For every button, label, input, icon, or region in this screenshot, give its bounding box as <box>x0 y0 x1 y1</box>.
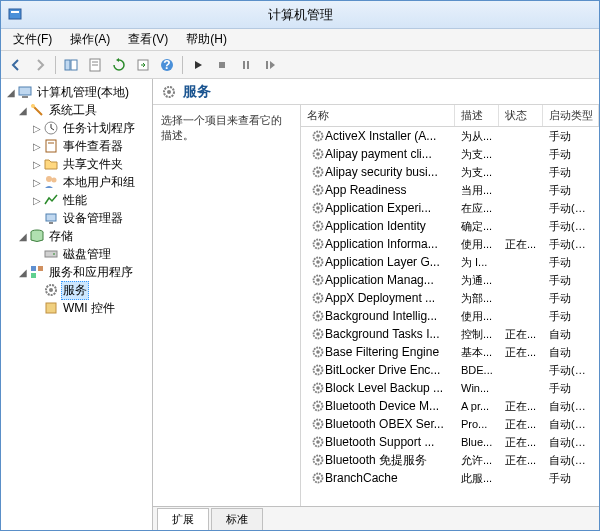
wmi-icon <box>43 300 59 316</box>
svg-rect-28 <box>38 266 43 271</box>
service-row[interactable]: BitLocker Drive Enc...BDE...手动(触... <box>301 361 599 379</box>
service-row[interactable]: AppX Deployment ...为部...手动 <box>301 289 599 307</box>
tree-system-tools[interactable]: ◢系统工具 <box>3 101 150 119</box>
expand-icon[interactable]: ▷ <box>31 141 43 152</box>
service-row[interactable]: Alipay payment cli...为支...手动 <box>301 145 599 163</box>
storage-icon <box>29 228 45 244</box>
col-status[interactable]: 状态 <box>499 105 543 126</box>
properties-button[interactable] <box>84 54 106 76</box>
service-row[interactable]: Alipay security busi...为支...手动 <box>301 163 599 181</box>
menu-file[interactable]: 文件(F) <box>5 29 60 50</box>
tree-local-users[interactable]: ▷本地用户和组 <box>3 173 150 191</box>
service-row[interactable]: Application Informa...使用...正在...手动(触... <box>301 235 599 253</box>
svg-point-38 <box>316 152 320 156</box>
service-name: Bluetooth OBEX Ser... <box>325 417 444 431</box>
tree-wmi[interactable]: WMI 控件 <box>3 299 150 317</box>
svg-point-60 <box>316 350 320 354</box>
service-desc: 为部... <box>455 291 499 306</box>
stop-button[interactable] <box>211 54 233 76</box>
menu-help[interactable]: 帮助(H) <box>178 29 235 50</box>
service-startup: 自动 <box>543 327 599 342</box>
svg-point-20 <box>46 176 52 182</box>
show-hide-button[interactable] <box>60 54 82 76</box>
tab-standard[interactable]: 标准 <box>211 508 263 530</box>
col-name[interactable]: 名称 <box>301 105 455 126</box>
tools-icon <box>29 102 45 118</box>
tree-device-manager[interactable]: 设备管理器 <box>3 209 150 227</box>
perf-icon <box>43 192 59 208</box>
service-desc: 使用... <box>455 309 499 324</box>
svg-point-44 <box>316 206 320 210</box>
service-row[interactable]: Bluetooth Device M...A pr...正在...自动(延... <box>301 397 599 415</box>
service-row[interactable]: Bluetooth Support ...Blue...正在...自动(触... <box>301 433 599 451</box>
service-row[interactable]: App Readiness当用...手动 <box>301 181 599 199</box>
service-icon <box>311 219 325 233</box>
service-icon <box>311 327 325 341</box>
service-desc: Pro... <box>455 418 499 430</box>
menu-view[interactable]: 查看(V) <box>120 29 176 50</box>
service-desc: Blue... <box>455 436 499 448</box>
service-row[interactable]: Application Experi...在应...手动(触... <box>301 199 599 217</box>
service-row[interactable]: BranchCache此服...手动 <box>301 469 599 487</box>
play-button[interactable] <box>187 54 209 76</box>
collapse-icon[interactable]: ◢ <box>17 267 29 278</box>
export-button[interactable] <box>132 54 154 76</box>
expand-icon[interactable]: ▷ <box>31 123 43 134</box>
svg-point-58 <box>316 332 320 336</box>
collapse-icon[interactable]: ◢ <box>5 87 17 98</box>
service-row[interactable]: Background Intellig...使用...手动 <box>301 307 599 325</box>
service-status: 正在... <box>499 399 543 414</box>
forward-button[interactable] <box>29 54 51 76</box>
col-desc[interactable]: 描述 <box>455 105 499 126</box>
service-row[interactable]: Application Manag...为通...手动 <box>301 271 599 289</box>
app-icon <box>7 6 23 22</box>
service-startup: 手动(触... <box>543 201 599 216</box>
folder-icon <box>43 156 59 172</box>
menu-action[interactable]: 操作(A) <box>62 29 118 50</box>
pause-button[interactable] <box>235 54 257 76</box>
service-desc: 为支... <box>455 147 499 162</box>
expand-icon[interactable]: ▷ <box>31 159 43 170</box>
tree-services[interactable]: 服务 <box>3 281 150 299</box>
collapse-icon[interactable]: ◢ <box>17 105 29 116</box>
service-name: Application Identity <box>325 219 426 233</box>
nav-tree[interactable]: ◢计算机管理(本地) ◢系统工具 ▷任务计划程序 ▷事件查看器 ▷共享文件夹 ▷… <box>1 79 153 530</box>
service-row[interactable]: Background Tasks I...控制...正在...自动 <box>301 325 599 343</box>
service-icon <box>311 255 325 269</box>
collapse-icon[interactable]: ◢ <box>17 231 29 242</box>
svg-rect-13 <box>266 61 268 69</box>
service-row[interactable]: ActiveX Installer (A...为从...手动 <box>301 127 599 145</box>
tree-storage[interactable]: ◢存储 <box>3 227 150 245</box>
service-name: BranchCache <box>325 471 398 485</box>
service-row[interactable]: Bluetooth OBEX Ser...Pro...正在...自动(延... <box>301 415 599 433</box>
svg-point-74 <box>316 476 320 480</box>
service-row[interactable]: Application Layer G...为 I...手动 <box>301 253 599 271</box>
tree-services-apps[interactable]: ◢服务和应用程序 <box>3 263 150 281</box>
tree-shared-folders[interactable]: ▷共享文件夹 <box>3 155 150 173</box>
tree-root[interactable]: ◢计算机管理(本地) <box>3 83 150 101</box>
service-desc: Win... <box>455 382 499 394</box>
list-header: 名称 描述 状态 启动类型 <box>301 105 599 127</box>
tree-disk-management[interactable]: 磁盘管理 <box>3 245 150 263</box>
restart-button[interactable] <box>259 54 281 76</box>
expand-icon[interactable]: ▷ <box>31 177 43 188</box>
service-icon <box>311 417 325 431</box>
service-row[interactable]: Bluetooth 免提服务允许...正在...自动(触... <box>301 451 599 469</box>
back-button[interactable] <box>5 54 27 76</box>
service-row[interactable]: Application Identity确定...手动(触... <box>301 217 599 235</box>
tree-task-scheduler[interactable]: ▷任务计划程序 <box>3 119 150 137</box>
help-button[interactable]: ? <box>156 54 178 76</box>
tab-extended[interactable]: 扩展 <box>157 508 209 530</box>
svg-point-26 <box>53 253 55 255</box>
col-startup[interactable]: 启动类型 <box>543 105 599 126</box>
service-row[interactable]: Block Level Backup ...Win...手动 <box>301 379 599 397</box>
tree-performance[interactable]: ▷性能 <box>3 191 150 209</box>
expand-icon[interactable]: ▷ <box>31 195 43 206</box>
service-name: Background Tasks I... <box>325 327 440 341</box>
services-list[interactable]: 名称 描述 状态 启动类型 ActiveX Installer (A...为从.… <box>301 105 599 506</box>
service-row[interactable]: Base Filtering Engine基本...正在...自动 <box>301 343 599 361</box>
tree-event-viewer[interactable]: ▷事件查看器 <box>3 137 150 155</box>
service-desc: 控制... <box>455 327 499 342</box>
svg-text:?: ? <box>163 58 170 72</box>
refresh-button[interactable] <box>108 54 130 76</box>
